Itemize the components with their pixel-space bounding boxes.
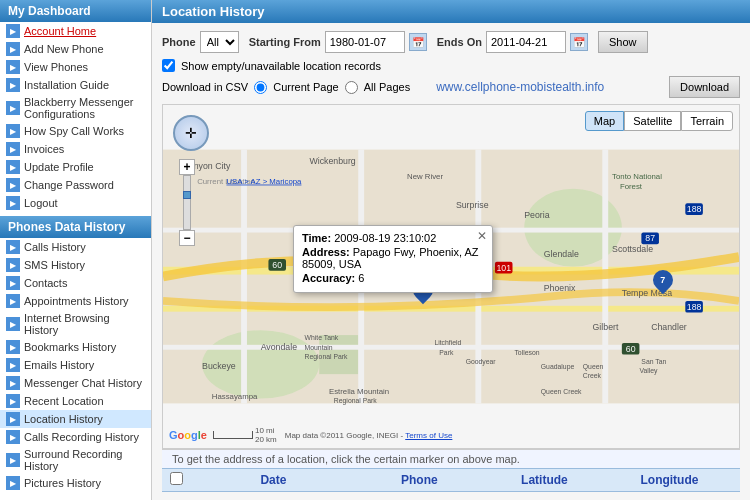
sidebar-item-spy-call[interactable]: ▶ How Spy Call Works <box>0 122 151 140</box>
table-date-header[interactable]: Date <box>190 473 357 487</box>
svg-text:White Tank: White Tank <box>305 334 339 341</box>
sidebar-item-pictures[interactable]: ▶ Pictures History <box>0 474 151 492</box>
ends-on-label: Ends On <box>437 36 482 48</box>
sidebar-item-label: Add New Phone <box>24 43 104 55</box>
map-button[interactable]: Map <box>585 111 624 131</box>
svg-text:Glendale: Glendale <box>544 249 579 259</box>
ends-on-input[interactable] <box>486 31 566 53</box>
table-longitude-header[interactable]: Longitude <box>607 473 732 487</box>
navigation-control[interactable]: ✛ <box>173 115 209 151</box>
sidebar-item-view-phones[interactable]: ▶ View Phones <box>0 58 151 76</box>
sidebar-item-appointments[interactable]: ▶ Appointments History <box>0 292 151 310</box>
svg-text:Guadalupe: Guadalupe <box>541 363 575 371</box>
current-page-radio[interactable] <box>254 81 267 94</box>
phone-filter-group: Phone All <box>162 31 239 53</box>
table-latitude-header[interactable]: Latitude <box>482 473 607 487</box>
arrow-icon: ▶ <box>6 42 20 56</box>
svg-text:60: 60 <box>626 344 636 354</box>
bottom-instruction: To get the address of a location, click … <box>162 449 740 468</box>
svg-rect-8 <box>241 150 247 404</box>
ends-on-group: Ends On 📅 <box>437 31 588 53</box>
svg-text:Scottsdale: Scottsdale <box>612 244 653 254</box>
sidebar-item-surround-recording[interactable]: ▶ Surround Recording History <box>0 446 151 474</box>
current-page-label: Current Page <box>273 81 338 93</box>
sidebar-item-label: Internet Browsing History <box>24 312 145 336</box>
arrow-icon: ▶ <box>6 142 20 156</box>
arrow-icon: ▶ <box>6 60 20 74</box>
sidebar-item-messenger[interactable]: ▶ Messenger Chat History <box>0 374 151 392</box>
calendar-icon-end[interactable]: 📅 <box>570 33 588 51</box>
sidebar-item-add-phone[interactable]: ▶ Add New Phone <box>0 40 151 58</box>
starting-from-input[interactable] <box>325 31 405 53</box>
map-container: Canyon City Current Location Wickenburg … <box>162 104 740 449</box>
sidebar-section-dashboard: My Dashboard <box>0 0 151 22</box>
scale-bar <box>213 431 253 439</box>
arrow-icon: ▶ <box>6 394 20 408</box>
arrow-icon: ▶ <box>6 24 20 38</box>
account-home-link[interactable]: Account Home <box>24 25 96 37</box>
sidebar-item-calls-history[interactable]: ▶ Calls History <box>0 238 151 256</box>
sidebar-item-label: Pictures History <box>24 477 101 489</box>
sidebar-item-bookmarks[interactable]: ▶ Bookmarks History <box>0 338 151 356</box>
csv-row: Download in CSV Current Page All Pages w… <box>162 76 740 98</box>
popup-close-button[interactable]: ✕ <box>477 229 487 243</box>
sidebar-section-phones: Phones Data History <box>0 216 151 238</box>
sidebar-item-label: Change Password <box>24 179 114 191</box>
show-button[interactable]: Show <box>598 31 648 53</box>
sidebar-item-label: Contacts <box>24 277 67 289</box>
sidebar-item-label: Emails History <box>24 359 94 371</box>
sidebar-item-installation[interactable]: ▶ Installation Guide <box>0 76 151 94</box>
arrow-icon: ▶ <box>6 430 20 444</box>
website-link: www.cellphone-mobistealth.info <box>436 80 604 94</box>
svg-text:Goodyear: Goodyear <box>466 358 497 366</box>
select-all-checkbox[interactable] <box>170 472 183 485</box>
sidebar-item-browsing[interactable]: ▶ Internet Browsing History <box>0 310 151 338</box>
sidebar-item-change-password[interactable]: ▶ Change Password <box>0 176 151 194</box>
svg-text:60: 60 <box>272 260 282 270</box>
page-title: Location History <box>152 0 750 23</box>
arrow-icon: ▶ <box>6 101 20 115</box>
sidebar-item-account-home[interactable]: ▶ Account Home <box>0 22 151 40</box>
nav-circle[interactable]: ✛ <box>173 115 209 151</box>
map-data-label: Map data ©2011 Google, INEGI - Terms of … <box>285 431 453 440</box>
svg-text:Peoria: Peoria <box>524 210 549 220</box>
calendar-icon-start[interactable]: 📅 <box>409 33 427 51</box>
sidebar-item-calls-recording[interactable]: ▶ Calls Recording History <box>0 428 151 446</box>
sidebar-item-contacts[interactable]: ▶ Contacts <box>0 274 151 292</box>
sidebar-item-update-profile[interactable]: ▶ Update Profile <box>0 158 151 176</box>
sidebar-item-invoices[interactable]: ▶ Invoices <box>0 140 151 158</box>
sidebar-item-label: Location History <box>24 413 103 425</box>
table-phone-header[interactable]: Phone <box>357 473 482 487</box>
svg-text:Buckeye: Buckeye <box>202 361 236 371</box>
download-button[interactable]: Download <box>669 76 740 98</box>
arrow-icon: ▶ <box>6 376 20 390</box>
instruction-text: To get the address of a location, click … <box>172 453 520 465</box>
zoom-out-button[interactable]: − <box>179 230 195 246</box>
sidebar-item-logout[interactable]: ▶ Logout <box>0 194 151 212</box>
sidebar-item-bbm[interactable]: ▶ Blackberry Messenger Configurations <box>0 94 151 122</box>
table-check-header <box>170 472 190 488</box>
sidebar-item-label: Recent Location <box>24 395 104 407</box>
google-attribution: Google 10 mi20 km Map data ©2011 Google,… <box>169 426 452 444</box>
arrow-icon: ▶ <box>6 178 20 192</box>
sidebar-item-recent-location[interactable]: ▶ Recent Location <box>0 392 151 410</box>
all-pages-radio[interactable] <box>345 81 358 94</box>
map-type-controls: Map Satellite Terrain <box>585 111 733 131</box>
sidebar-item-label: Blackberry Messenger Configurations <box>24 96 145 120</box>
sidebar-item-label: Calls History <box>24 241 86 253</box>
svg-text:Mountain: Mountain <box>305 344 333 351</box>
arrow-icon: ▶ <box>6 276 20 290</box>
show-empty-checkbox[interactable] <box>162 59 175 72</box>
sidebar-item-sms-history[interactable]: ▶ SMS History <box>0 256 151 274</box>
phone-select[interactable]: All <box>200 31 239 53</box>
page-title-label: Location History <box>162 4 265 19</box>
sidebar-item-emails[interactable]: ▶ Emails History <box>0 356 151 374</box>
all-pages-label: All Pages <box>364 81 410 93</box>
sidebar-item-location-history[interactable]: ▶ Location History <box>0 410 151 428</box>
svg-text:Forest: Forest <box>620 182 643 191</box>
sidebar-item-label: Bookmarks History <box>24 341 116 353</box>
terrain-button[interactable]: Terrain <box>681 111 733 131</box>
satellite-button[interactable]: Satellite <box>624 111 681 131</box>
zoom-in-button[interactable]: + <box>179 159 195 175</box>
svg-text:Tolleson: Tolleson <box>514 349 539 356</box>
